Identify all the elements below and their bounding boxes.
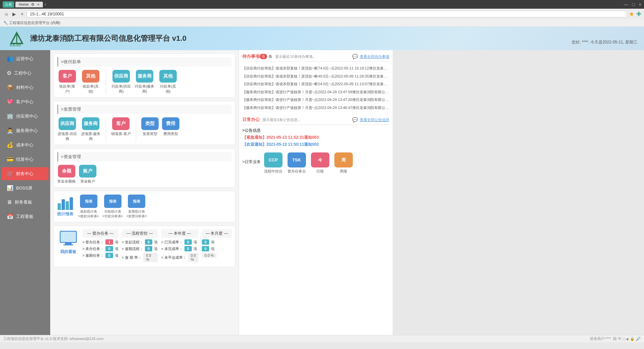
stats-report-invoice-label: 发票统计表<发票分析表>	[126, 209, 147, 219]
daily-title: 日常办公	[242, 117, 260, 123]
biz-item-ccp[interactable]: CCP 流程中控台	[264, 152, 283, 174]
biz-item-daily[interactable]: 今 日报	[311, 152, 329, 174]
receipt-item-supplier[interactable]: 供应商 付款单(供应商)	[111, 70, 131, 94]
browser-titlebar: 云表 Home ⚙ × + — □ ×	[0, 0, 644, 9]
user-info: 您好, ****. 今天是2022-05-11, 星期三	[572, 39, 637, 45]
biz-daily-label: 日报	[316, 169, 324, 174]
tab-close-icon[interactable]: ×	[37, 2, 39, 6]
monthly-value-0: 0	[202, 239, 209, 245]
annual-column: — 本年度 — > 已完成率： 0 项 > 未完成率： 0 项	[161, 229, 198, 263]
sidebar-item-suppliers[interactable]: 🏢 供应商中心	[2, 110, 49, 123]
sidebar-item-customers[interactable]: 💖 客户中心	[2, 95, 49, 108]
monthly-row-2: 0.0 %	[202, 253, 232, 258]
annual-value-0: 0	[184, 239, 192, 245]
receipt-item-customer[interactable]: 客户 收款单(客户)	[57, 70, 77, 94]
browser-navbar: ◀ ▶ × ★ ✚	[0, 9, 644, 19]
invoice-item-fee[interactable]: 费用 费用类型	[162, 117, 179, 136]
receipt-section-label: >收付款单	[61, 59, 81, 65]
pending-item-2[interactable]: 【供应商付款审批】请成本部复核！原贷款~帐54.0元~点2022-05-09 1…	[242, 80, 389, 88]
star-icon[interactable]: ★	[629, 10, 634, 18]
stats-report-invoice-icon: 报表	[128, 195, 145, 208]
stats-section: 统计报表 报表 收款统计表<收款分析表> 报表 付款统计表<付款分析表> 报表	[54, 191, 235, 222]
sidebar-label-finance: 财务中心	[16, 171, 33, 177]
pending-item-0[interactable]: 【供应商付款审批】请成本部复核！原贷款~帐74.0元~点2022-05-11 1…	[242, 65, 389, 73]
status-icon-lang: 国	[613, 336, 617, 341]
extension-icon[interactable]: ✚	[636, 10, 641, 18]
process-unit-1: 项	[154, 246, 158, 251]
sidebar-item-services[interactable]: 👨‍💼 服务商中心	[2, 124, 49, 137]
window-controls: — □ ×	[624, 2, 641, 7]
pending-link[interactable]: 查看全部待办事项	[360, 54, 389, 59]
forward-button[interactable]: ▶	[11, 11, 17, 17]
pending-header: 待办事项 6 条 显示最近10条待办事项... 💬 查看全部待办事项	[242, 53, 389, 62]
stats-report-payment-icon: 报表	[104, 195, 122, 208]
tab-settings-icon[interactable]: ⚙	[31, 2, 34, 7]
supervision-value-0: 1	[105, 239, 113, 245]
biz-item-weekly[interactable]: 周 周报	[334, 152, 353, 174]
app-body: 👥 运营中心 ⚙ 工程中心 📦 材料中心 💖 客户中心 🏢 供应商中心 👨‍💼	[0, 50, 644, 335]
tab-add-icon[interactable]: +	[44, 2, 47, 7]
stats-report-receipt[interactable]: 报表 收款统计表<收款分析表>	[78, 195, 99, 219]
sidebar-item-finance-board[interactable]: 🖥 财务看板	[2, 196, 49, 209]
capital-item-account[interactable]: 账户 资金账户	[79, 165, 96, 184]
stats-report-invoice[interactable]: 报表 发票统计表<发票分析表>	[126, 195, 147, 219]
app-container: 龙泰消防 潍坊龙泰消防工程有限公司信息化管理平台 v1.0 您好, ****. …	[0, 27, 644, 342]
browser-logo[interactable]: 云表	[3, 1, 14, 8]
services-icon: 👨‍💼	[7, 127, 13, 134]
sidebar-item-operations[interactable]: 👥 运营中心	[2, 52, 49, 65]
capital-balance-label: 资金余额账	[57, 179, 76, 184]
footer-user: 登录用户:****	[590, 336, 611, 341]
sidebar-item-engineering-board[interactable]: 📅 工程看板	[2, 210, 49, 223]
invoice-item-supplier[interactable]: 供应商 进项票-供应商	[57, 117, 77, 141]
receipt-other2-label: 付款单(其他)	[158, 84, 178, 94]
monthly-unit-0: 项	[211, 240, 215, 245]
back-button[interactable]: ◀	[3, 11, 9, 17]
app-footer: 工程项目信息化管理平台 v1.0 技术支持: wfxiaowei@126.com…	[0, 335, 644, 342]
sidebar-label-engineering-board: 工程看板	[16, 214, 33, 220]
notice-item-0[interactable]: 【紧急通知】2021-05-13 11:52:31通知003	[242, 135, 389, 140]
pending-item-5[interactable]: 【服务商付款审批】请进行产值核算！月度~点2022-04-29 13:46:47…	[242, 104, 389, 112]
win-maximize-btn[interactable]: □	[632, 2, 635, 7]
sidebar-label-suppliers: 供应商中心	[16, 113, 38, 119]
boss-icon: 📊	[7, 185, 13, 191]
invoice-items: 供应商 进项票-供应商 服务商 进项票-服务商 客户 销项票-客户	[57, 117, 232, 141]
sidebar-item-settlement[interactable]: 💳 结算中心	[2, 153, 49, 166]
invoice-section: >发票管理 供应商 进项票-供应商 服务商 进项票-服务商	[54, 101, 235, 145]
invoice-type-icon: 类型	[141, 117, 159, 130]
pending-item-3[interactable]: 【服务商付款审批】请进行产值核算！月度~点2022-04-29 13:47:59…	[242, 88, 389, 96]
browser-tab-home[interactable]: Home ⚙ ×	[15, 2, 43, 7]
biz-daily-icon: 今	[311, 152, 329, 167]
sidebar-item-materials[interactable]: 📦 材料中心	[2, 81, 49, 94]
invoice-service-icon: 服务商	[82, 117, 99, 130]
receipt-item-other[interactable]: 其他 收款单(其他)	[81, 70, 101, 94]
annual-unit-1: 项	[193, 246, 197, 251]
biz-item-tsk[interactable]: TSK 督办任务台	[288, 152, 306, 174]
invoice-item-type[interactable]: 类型 发票类型	[141, 117, 159, 136]
sidebar-label-finance-board: 财务看板	[15, 199, 32, 205]
sidebar-item-costs[interactable]: 💰 成本中心	[2, 138, 49, 151]
sidebar-item-engineering[interactable]: ⚙ 工程中心	[2, 67, 49, 80]
biz-ccp-label: 流程中控台	[264, 169, 283, 174]
stats-report-payment[interactable]: 报表 付款统计表<付款分析表>	[102, 195, 123, 219]
pending-count: 6	[260, 54, 267, 59]
barchart-icon	[58, 197, 73, 210]
invoice-item-service[interactable]: 服务商 进项票-服务商	[81, 117, 101, 141]
notice-item-1[interactable]: 【欢迎通知】2021-05-13 11:50:11通知002	[242, 142, 389, 147]
close-nav-button[interactable]: ×	[19, 11, 25, 17]
daily-link[interactable]: 查看全部公告信息	[360, 117, 389, 122]
receipt-item-other2[interactable]: 其他 付款单(其他)	[158, 70, 178, 94]
dashboard-title: 我的看板	[60, 249, 76, 255]
receipt-item-service[interactable]: 服务商 付款单(服务商)	[135, 70, 155, 94]
sidebar-item-finance[interactable]: 🛒 财务中心	[2, 167, 49, 180]
pending-item-4[interactable]: 【服务商付款审批】请进行产值核算！月度~点2022-04-29 13:47:20…	[242, 96, 389, 104]
capital-item-balance[interactable]: 余额 资金余额账	[57, 165, 76, 184]
win-minimize-btn[interactable]: —	[624, 2, 628, 7]
status-icons: 国 中 □ ■ 🔒 🔎	[613, 336, 641, 341]
pending-item-1[interactable]: 【供应商付款审批】请成本部复核！原贷款~帐49.0元~点2022-05-09 1…	[242, 73, 389, 81]
supervision-row-2: > 逾期任务： 0 项	[82, 253, 118, 258]
win-close-btn[interactable]: ×	[639, 2, 641, 7]
address-bar[interactable]	[27, 11, 627, 17]
invoice-item-customer[interactable]: 客户 销项票-客户	[111, 117, 131, 136]
sidebar-item-boss[interactable]: 📊 BOSS屏	[2, 182, 49, 195]
process-row-0: > 发起流程： 0 项	[122, 239, 158, 245]
